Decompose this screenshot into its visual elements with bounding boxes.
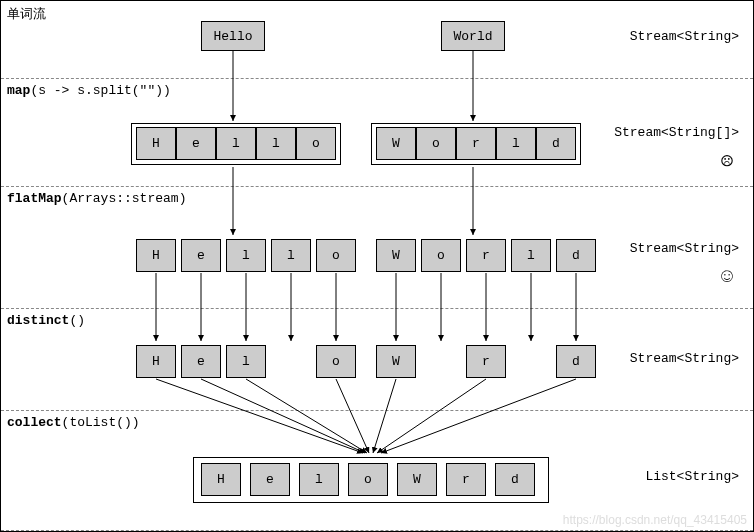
fm-c-1: e	[181, 239, 221, 272]
l-c-2: l	[299, 463, 339, 496]
op-map: map(s -> s.split(""))	[7, 83, 171, 98]
map-c-4: o	[296, 127, 336, 160]
map-c-9: d	[536, 127, 576, 160]
d-c-2: l	[226, 345, 266, 378]
l-c-0: H	[201, 463, 241, 496]
d-c-5: r	[466, 345, 506, 378]
map-c-2: l	[216, 127, 256, 160]
fm-c-0: H	[136, 239, 176, 272]
word-world: World	[441, 21, 505, 51]
happy-face-icon: ☺	[721, 265, 733, 288]
op-flatmap: flatMap(Arrays::stream)	[7, 191, 186, 206]
map-c-5: W	[376, 127, 416, 160]
map-c-1: e	[176, 127, 216, 160]
map-c-6: o	[416, 127, 456, 160]
op-distinct: distinct()	[7, 313, 85, 328]
l-c-1: e	[250, 463, 290, 496]
fm-c-7: r	[466, 239, 506, 272]
watermark: https://blog.csdn.net/qq_43415405	[563, 513, 747, 527]
l-c-6: d	[495, 463, 535, 496]
word-hello: Hello	[201, 21, 265, 51]
map-c-3: l	[256, 127, 296, 160]
type-flatmap: Stream<String>	[630, 241, 739, 256]
fm-c-9: d	[556, 239, 596, 272]
type-source: Stream<String>	[630, 29, 739, 44]
d-c-3: o	[316, 345, 356, 378]
fm-c-3: l	[271, 239, 311, 272]
type-map: Stream<String[]>	[614, 125, 739, 140]
d-c-4: W	[376, 345, 416, 378]
map-c-7: r	[456, 127, 496, 160]
fm-c-8: l	[511, 239, 551, 272]
d-c-0: H	[136, 345, 176, 378]
type-distinct: Stream<String>	[630, 351, 739, 366]
map-c-8: l	[496, 127, 536, 160]
op-collect: collect(toList())	[7, 415, 140, 430]
l-c-5: r	[446, 463, 486, 496]
stage-source: 单词流 Stream<String>	[1, 1, 753, 79]
sad-face-icon: ☹	[721, 149, 733, 174]
l-c-3: o	[348, 463, 388, 496]
d-c-6: d	[556, 345, 596, 378]
fm-c-2: l	[226, 239, 266, 272]
type-collect: List<String>	[645, 469, 739, 484]
fm-c-6: o	[421, 239, 461, 272]
diagram-title: 单词流	[7, 5, 46, 23]
fm-c-4: o	[316, 239, 356, 272]
l-c-4: W	[397, 463, 437, 496]
map-c-0: H	[136, 127, 176, 160]
fm-c-5: W	[376, 239, 416, 272]
d-c-1: e	[181, 345, 221, 378]
